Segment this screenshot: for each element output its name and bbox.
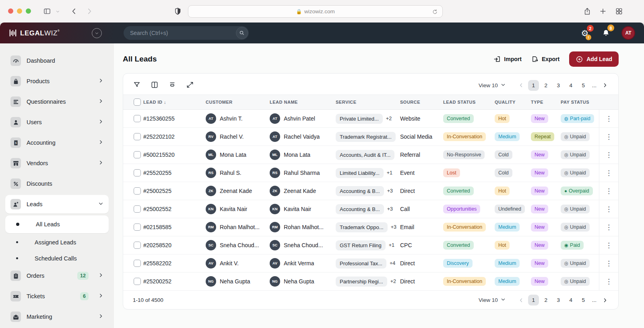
sidebar-item-all-leads[interactable]: All Leads — [5, 215, 109, 233]
zoom-window-button[interactable] — [26, 8, 31, 14]
row-checkbox[interactable] — [134, 151, 141, 158]
kebab-menu-icon[interactable]: ⋮ — [605, 188, 612, 195]
table-row[interactable]: #25200252NGNeha GuptaNGNeha GuptaPartner… — [123, 273, 618, 291]
page-size-select[interactable]: View 10 — [479, 297, 506, 303]
next-page-button[interactable] — [600, 295, 610, 305]
page-number-3[interactable]: 3 — [553, 80, 564, 91]
filter-icon[interactable] — [133, 81, 142, 90]
page-number-2[interactable]: 2 — [541, 80, 551, 91]
table-row[interactable]: #500215520MLMona LataMLMona LataAccounts… — [123, 146, 618, 164]
sidebar-item-discounts[interactable]: Discounts — [5, 174, 109, 193]
sidebar-toggle-icon[interactable] — [41, 6, 53, 17]
page-number-4[interactable]: 4 — [566, 80, 576, 91]
table-row[interactable]: #25520255RSRahul S.RSRahul SharmaLimited… — [123, 164, 618, 182]
url-bar[interactable]: 🔒 wizowiz.com — [188, 5, 443, 18]
page-number-5[interactable]: 5 — [578, 80, 589, 91]
table-row[interactable]: #125360255ATAshvin T.ATAshvin PatelPriva… — [123, 110, 618, 128]
column-header-source[interactable]: SOURCE — [400, 100, 443, 105]
page-number-3[interactable]: 3 — [553, 295, 564, 305]
table-row[interactable]: #20258520SCSneha Choud...SCSneha Choud..… — [123, 236, 618, 254]
user-avatar[interactable]: AT — [621, 26, 635, 40]
share-icon[interactable] — [582, 6, 593, 17]
sidebar-item-tickets[interactable]: Tickets6 — [5, 287, 109, 305]
column-header-pay-status[interactable]: PAY STATUS — [561, 100, 599, 105]
minimize-window-button[interactable] — [17, 8, 22, 14]
page-number-2[interactable]: 2 — [541, 295, 551, 305]
page-number-5[interactable]: 5 — [578, 295, 589, 305]
sidebar-item-vendors[interactable]: Vendors — [5, 154, 109, 172]
sidebar-item-products[interactable]: Products — [5, 72, 109, 90]
column-header-lead-id[interactable]: LEAD ID ↓ — [143, 100, 206, 105]
sidebar-item-marketing[interactable]: Marketing — [5, 308, 109, 326]
row-checkbox[interactable] — [134, 133, 141, 140]
kebab-menu-icon[interactable]: ⋮ — [605, 115, 612, 122]
kebab-menu-icon[interactable]: ⋮ — [605, 278, 612, 285]
column-header-customer[interactable]: CUSTOMER — [206, 100, 270, 105]
lead-status-badge: Converted — [443, 114, 474, 123]
previous-page-button[interactable] — [516, 80, 526, 90]
columns-icon[interactable] — [151, 81, 159, 90]
settings-button[interactable]: ⚙ 2 ! — [580, 28, 590, 38]
sidebar-item-assigned-leads[interactable]: Assigned Leads — [5, 234, 109, 250]
table-row[interactable]: #02158585RMRohan Malhot...RMRohan Malhot… — [123, 218, 618, 236]
row-checkbox[interactable] — [134, 260, 141, 267]
row-checkbox[interactable] — [134, 278, 141, 285]
privacy-shield-icon[interactable] — [172, 6, 184, 17]
kebab-menu-icon[interactable]: ⋮ — [605, 260, 612, 267]
page-size-select[interactable]: View 10 — [479, 82, 506, 88]
row-checkbox[interactable] — [134, 242, 141, 249]
table-row[interactable]: #25002525ZKZeenat KadeZKZeenat KadeAccou… — [123, 182, 618, 200]
reload-icon[interactable] — [431, 8, 439, 16]
tab-overview-icon[interactable] — [613, 6, 625, 17]
column-header-quality[interactable]: QUALITY — [495, 100, 531, 105]
column-header-lead-status[interactable]: LEAD STATUS — [443, 100, 495, 105]
lead-name-cell: RMRohan Malhot... — [270, 222, 336, 232]
kebab-menu-icon[interactable]: ⋮ — [605, 170, 612, 176]
row-checkbox[interactable] — [134, 187, 141, 195]
select-all-checkbox[interactable] — [134, 98, 141, 106]
kebab-menu-icon[interactable]: ⋮ — [605, 206, 612, 213]
sidebar-item-users[interactable]: Users — [5, 113, 109, 131]
notifications-button[interactable]: 8 — [601, 28, 611, 38]
row-checkbox[interactable] — [134, 223, 141, 231]
kebab-menu-icon[interactable]: ⋮ — [605, 152, 612, 158]
sidebar-item-questionnaires[interactable]: Questionnaires — [5, 92, 109, 111]
sidebar-item-accounting[interactable]: $Accounting — [5, 133, 109, 152]
add-lead-button[interactable]: Add Lead — [569, 51, 619, 67]
kebab-menu-icon[interactable]: ⋮ — [605, 133, 612, 140]
sidebar-item-leads[interactable]: Leads — [5, 195, 109, 213]
column-header-type[interactable]: TYPE — [531, 100, 561, 105]
row-checkbox[interactable] — [134, 169, 141, 176]
row-checkbox[interactable] — [134, 115, 141, 122]
row-density-icon[interactable] — [168, 81, 177, 90]
column-header-service[interactable]: SERVICE — [336, 100, 400, 105]
sidebar-chevron-icon[interactable] — [54, 6, 61, 17]
export-button[interactable]: Export — [531, 55, 559, 63]
row-checkbox[interactable] — [134, 205, 141, 213]
search-input[interactable] — [124, 30, 236, 36]
sidebar-item-dashboard[interactable]: Dashboard — [5, 51, 109, 70]
header-collapse-button[interactable] — [92, 28, 102, 38]
search-icon[interactable] — [236, 27, 248, 39]
column-header-lead-name[interactable]: LEAD NAME — [270, 100, 336, 105]
sidebar-item-scheduled-calls[interactable]: Scheduled Calls — [5, 250, 109, 266]
previous-page-button[interactable] — [516, 295, 526, 305]
page-number-1[interactable]: 1 — [528, 295, 539, 305]
new-tab-icon[interactable] — [597, 6, 609, 17]
forward-button[interactable] — [84, 6, 95, 17]
close-window-button[interactable] — [8, 8, 13, 14]
table-row[interactable]: #25002552KNKavita NairKNKavita NairAccou… — [123, 200, 618, 218]
page-number-4[interactable]: 4 — [566, 295, 576, 305]
sidebar-item-orders[interactable]: Orders12 — [5, 266, 109, 285]
next-page-button[interactable] — [600, 80, 610, 90]
expand-icon[interactable] — [186, 81, 195, 90]
page-number-1[interactable]: 1 — [528, 80, 539, 91]
table-row[interactable]: #252202102RVRachel V.ATRachel VaidyaTrad… — [123, 128, 618, 146]
table-row[interactable]: #25582202AVAnkit V.AVAnkit VermaProfessi… — [123, 254, 618, 273]
back-button[interactable] — [68, 6, 80, 17]
quality-badge: Hot — [495, 114, 510, 123]
kebab-menu-icon[interactable]: ⋮ — [605, 224, 612, 231]
kebab-menu-icon[interactable]: ⋮ — [605, 242, 612, 249]
sort-desc-icon: ↓ — [163, 100, 167, 105]
import-button[interactable]: Import — [493, 55, 522, 63]
